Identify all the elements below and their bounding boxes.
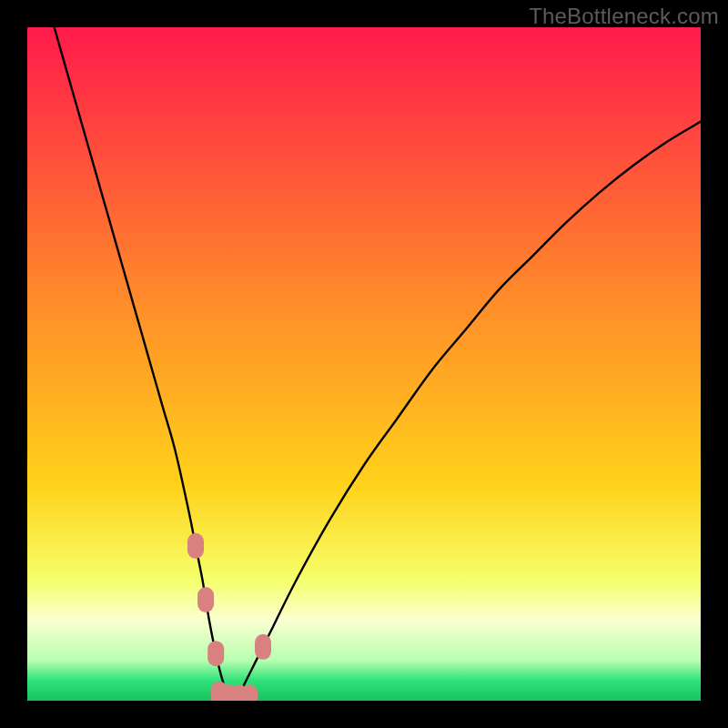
watermark-text: TheBottleneck.com [529,4,719,29]
marker-point [255,634,271,660]
marker-points [27,27,701,701]
plot-area [27,27,701,701]
marker-point [197,587,214,612]
chart-frame: TheBottleneck.com [0,0,728,728]
marker-point [207,641,224,666]
marker-point [187,533,204,559]
marker-point [241,684,258,701]
